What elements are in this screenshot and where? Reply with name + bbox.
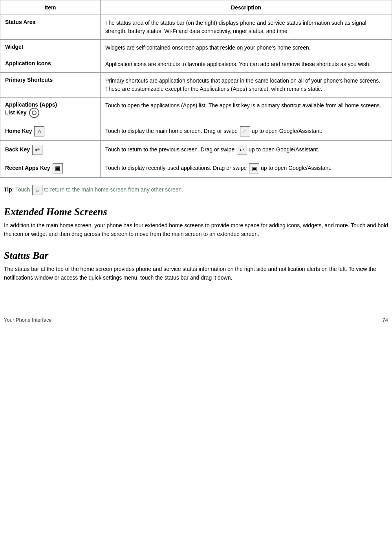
table-row: Status Area The status area of the statu… <box>0 15 392 40</box>
table-row: Widget Widgets are self-contained onscre… <box>0 40 392 56</box>
desc-application-icons: Application icons are shortcuts to favor… <box>105 61 371 67</box>
item-label-apps-list-key: Applications (Apps)List Key <box>5 101 57 116</box>
table-row: Recent Apps Key ▣ Touch to display recen… <box>0 159 392 178</box>
status-bar-body: The status bar at the top of the home sc… <box>4 265 388 282</box>
footer-right: 74 <box>383 317 388 323</box>
status-bar-heading: Status Bar <box>4 250 388 262</box>
desc-apps-list-key: Touch to open the applications (Apps) li… <box>105 102 381 109</box>
apps-list-icon <box>29 108 39 118</box>
item-label-status-area: Status Area <box>5 19 35 25</box>
table-row: Home Key ⌂ Touch to display the main hom… <box>0 122 392 141</box>
recent-apps-key-icon: ▣ <box>53 163 63 173</box>
table-row: Applications (Apps)List Key Touch to ope… <box>0 98 392 122</box>
desc-recent-apps-key: Touch to display recently-used applicati… <box>105 165 332 171</box>
item-label-home-key: Home Key ⌂ <box>5 128 44 134</box>
extended-home-screens-heading: Extended Home Screens <box>4 206 388 218</box>
main-table: Item Description Status Area The status … <box>0 0 392 178</box>
back-key-inline-icon: ↩ <box>237 145 247 155</box>
table-header-item: Item <box>0 0 101 15</box>
item-label-application-icons: Application Icons <box>5 60 51 66</box>
extended-home-screens-body: In addition to the main home screen, you… <box>4 221 388 239</box>
footer-left: Your Phone Interface <box>4 317 52 323</box>
desc-status-area: The status area of the status bar (on th… <box>105 20 366 34</box>
desc-widget: Widgets are self-contained onscreen apps… <box>105 44 311 51</box>
item-label-widget: Widget <box>5 44 24 50</box>
tip-home-icon: ⌂ <box>32 185 42 195</box>
desc-home-key: Touch to display the main home screen. D… <box>105 128 322 134</box>
page-footer: Your Phone Interface 74 <box>0 313 392 326</box>
item-label-back-key: Back Key ↩ <box>5 146 42 153</box>
item-label-primary-shortcuts: Primary Shortcuts <box>5 77 53 83</box>
home-key-inline-icon: ⌂ <box>240 126 250 136</box>
table-row: Primary Shortcuts Primary shortcuts are … <box>0 73 392 98</box>
item-label-recent-apps-key: Recent Apps Key ▣ <box>5 165 63 171</box>
post-table-content: Tip: Touch ⌂ to return to the main home … <box>0 178 392 297</box>
tip-paragraph: Tip: Touch ⌂ to return to the main home … <box>4 185 388 195</box>
desc-back-key: Touch to return to the previous screen. … <box>105 146 319 153</box>
tip-bold-label: Tip: <box>4 186 14 193</box>
table-row: Application Icons Application icons are … <box>0 56 392 73</box>
back-key-icon: ↩ <box>32 145 42 155</box>
table-row: Back Key ↩ Touch to return to the previo… <box>0 141 392 159</box>
desc-primary-shortcuts: Primary shortcuts are application shortc… <box>105 77 380 92</box>
home-key-icon: ⌂ <box>34 126 44 136</box>
tip-colored-text: Touch ⌂ to return to the main home scree… <box>15 186 183 193</box>
recent-apps-key-inline-icon: ▣ <box>249 163 259 173</box>
table-header-description: Description <box>101 0 392 15</box>
